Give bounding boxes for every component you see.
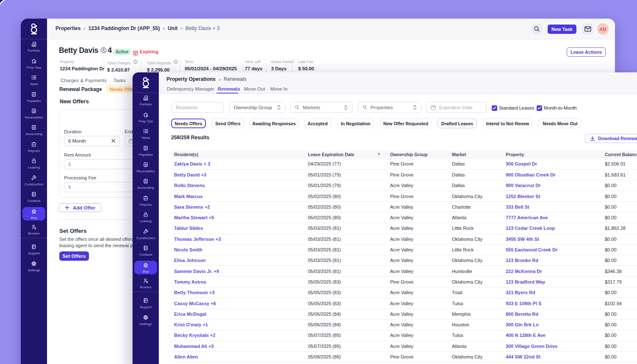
svg-text:$: $ (145, 264, 147, 267)
svg-text:$: $ (145, 163, 147, 167)
svg-text:$: $ (33, 109, 35, 113)
svg-text:$: $ (33, 210, 35, 213)
svg-text:$: $ (34, 227, 36, 230)
svg-text:$: $ (146, 281, 148, 284)
